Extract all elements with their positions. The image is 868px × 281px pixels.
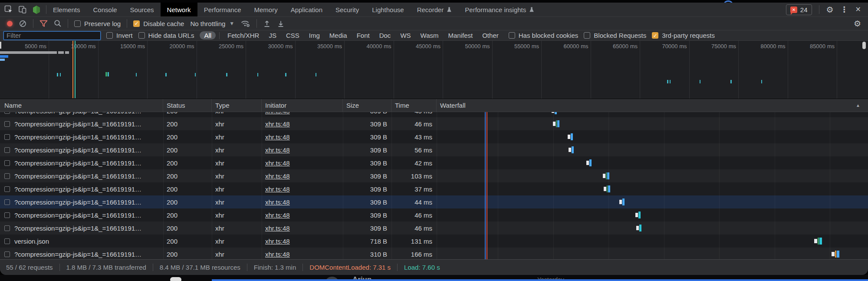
- tab-network[interactable]: Network: [161, 3, 197, 17]
- filter-input[interactable]: [3, 31, 101, 40]
- third-party-requests-checkbox[interactable]: 3rd-party requests: [652, 32, 715, 39]
- table-row[interactable]: ?compression=gzip-js&ip=1&_=16619191…200…: [0, 130, 868, 143]
- checkbox-unchecked[interactable]: [584, 32, 590, 39]
- row-checkbox[interactable]: [4, 212, 10, 218]
- overview-drag-handle[interactable]: [0, 42, 1, 49]
- table-row[interactable]: ?compression=gzip-js&ip=1&_=16619191…200…: [0, 221, 868, 235]
- tab-performance-insights[interactable]: Performance insights: [458, 3, 541, 17]
- blocked-requests-checkbox[interactable]: Blocked Requests: [584, 32, 646, 39]
- table-row[interactable]: version.json200xhrxhr.ts:48718 B131 ms: [0, 235, 868, 248]
- filter-chip-other[interactable]: Other: [478, 31, 503, 40]
- table-row[interactable]: ?compression=gzip-js&ip=1&_=16619191…200…: [0, 143, 868, 156]
- tab-elements[interactable]: Elements: [46, 3, 87, 17]
- tab-security[interactable]: Security: [329, 3, 365, 17]
- node-icon[interactable]: [32, 5, 41, 14]
- overview-scroll-thumb[interactable]: [862, 42, 866, 49]
- tab-memory[interactable]: Memory: [248, 3, 284, 17]
- row-checkbox[interactable]: [4, 147, 10, 153]
- tab-recorder[interactable]: Recorder: [411, 3, 459, 17]
- has-blocked-cookies-checkbox[interactable]: Has blocked cookies: [509, 32, 579, 39]
- network-overview-timeline[interactable]: 5000 ms10000 ms15000 ms20000 ms25000 ms3…: [0, 41, 868, 99]
- initiator-link[interactable]: xhr.ts:48: [265, 133, 290, 141]
- preserve-log-checkbox[interactable]: Preserve log: [74, 20, 121, 27]
- tab-performance[interactable]: Performance: [197, 3, 248, 17]
- checkbox-unchecked[interactable]: [74, 20, 81, 27]
- column-header-time[interactable]: Time: [391, 99, 437, 112]
- table-row[interactable]: ?compression=gzip-js&ip=1&_=16619191…200…: [0, 195, 868, 208]
- row-checkbox[interactable]: [4, 160, 10, 166]
- initiator-link[interactable]: xhr.ts:48: [265, 225, 290, 232]
- clear-button[interactable]: [19, 20, 27, 28]
- throttling-select[interactable]: No throttling ▼: [190, 20, 234, 27]
- invert-checkbox[interactable]: Invert: [106, 32, 133, 39]
- row-checkbox[interactable]: [4, 173, 10, 179]
- table-row[interactable]: ?compression=gzip-js&ip=1&_=16619191…200…: [0, 169, 868, 182]
- disable-cache-checkbox[interactable]: Disable cache: [133, 20, 184, 27]
- filter-chip-doc[interactable]: Doc: [375, 31, 395, 40]
- filter-chip-media[interactable]: Media: [325, 31, 352, 40]
- initiator-link[interactable]: xhr.ts:48: [265, 172, 290, 180]
- initiator-link[interactable]: xhr.ts:48: [265, 120, 290, 128]
- close-icon[interactable]: ✕: [855, 6, 861, 13]
- filter-chip-js[interactable]: JS: [264, 31, 281, 40]
- row-checkbox[interactable]: [4, 121, 10, 127]
- column-header-type[interactable]: Type: [212, 99, 262, 112]
- checkbox-unchecked[interactable]: [106, 32, 113, 39]
- tab-sources[interactable]: Sources: [124, 3, 161, 17]
- column-header-initiator[interactable]: Initiator: [262, 99, 343, 112]
- table-row[interactable]: ?compression=gzip-js&ip=1&_=16619191…200…: [0, 208, 868, 221]
- filter-chip-font[interactable]: Font: [352, 31, 374, 40]
- checkbox-checked[interactable]: [133, 20, 140, 27]
- filter-chip-img[interactable]: Img: [305, 31, 324, 40]
- initiator-link[interactable]: xhr.ts:48: [265, 159, 290, 167]
- initiator-link[interactable]: xhr.ts:48: [265, 112, 290, 115]
- initiator-link[interactable]: xhr.ts:48: [265, 238, 290, 245]
- search-icon[interactable]: [54, 20, 62, 27]
- column-header-status[interactable]: Status: [163, 99, 212, 112]
- settings-gear-icon[interactable]: ⚙: [826, 6, 834, 14]
- hide-data-urls-checkbox[interactable]: Hide data URLs: [138, 32, 194, 39]
- row-checkbox[interactable]: [4, 199, 10, 205]
- checkbox-unchecked[interactable]: [509, 32, 515, 39]
- import-har-icon[interactable]: [263, 20, 271, 28]
- inspect-element-icon[interactable]: [4, 5, 13, 14]
- initiator-link[interactable]: xhr.ts:48: [265, 185, 290, 193]
- filter-chip-fetch-xhr[interactable]: Fetch/XHR: [223, 31, 263, 40]
- table-row[interactable]: ?compression=gzip-js&ip=1&_=16619191…200…: [0, 112, 868, 117]
- sort-ascending-icon[interactable]: ▲: [856, 103, 860, 108]
- table-row[interactable]: ?compression=gzip-js&ip=1&_=16619191…200…: [0, 248, 868, 259]
- filter-chip-all[interactable]: All: [200, 31, 216, 40]
- column-header-waterfall[interactable]: Waterfall▲: [437, 99, 868, 112]
- column-header-name[interactable]: Name: [0, 99, 163, 112]
- column-header-size[interactable]: Size: [343, 99, 391, 112]
- initiator-link[interactable]: xhr.ts:48: [265, 198, 290, 206]
- row-checkbox[interactable]: [4, 225, 10, 231]
- tab-application[interactable]: Application: [284, 3, 329, 17]
- kebab-menu-icon[interactable]: ⋮: [841, 6, 848, 13]
- device-toolbar-icon[interactable]: [18, 5, 27, 14]
- checkbox-checked[interactable]: [652, 32, 658, 39]
- filter-chip-manifest[interactable]: Manifest: [444, 31, 477, 40]
- record-button[interactable]: [7, 21, 13, 26]
- error-badge[interactable]: ✕ 24: [786, 4, 812, 15]
- filter-chip-wasm[interactable]: Wasm: [416, 31, 443, 40]
- filter-toggle-icon[interactable]: [39, 20, 48, 27]
- tab-lighthouse[interactable]: Lighthouse: [365, 3, 410, 17]
- network-settings-gear-icon[interactable]: ⚙: [854, 20, 861, 28]
- table-row[interactable]: ?compression=gzip-js&ip=1&_=16619191…200…: [0, 182, 868, 195]
- row-checkbox[interactable]: [4, 238, 10, 244]
- initiator-link[interactable]: xhr.ts:48: [265, 251, 290, 258]
- tab-console[interactable]: Console: [87, 3, 124, 17]
- row-checkbox[interactable]: [4, 251, 10, 257]
- filter-chip-ws[interactable]: WS: [396, 31, 415, 40]
- network-conditions-icon[interactable]: [240, 20, 250, 27]
- initiator-link[interactable]: xhr.ts:48: [265, 146, 290, 154]
- initiator-link[interactable]: xhr.ts:48: [265, 212, 290, 219]
- checkbox-unchecked[interactable]: [138, 32, 145, 39]
- filter-chip-css[interactable]: CSS: [282, 31, 304, 40]
- row-checkbox[interactable]: [4, 112, 10, 114]
- row-checkbox[interactable]: [4, 134, 10, 140]
- row-checkbox[interactable]: [4, 186, 10, 192]
- table-row[interactable]: ?compression=gzip-js&ip=1&_=16619191…200…: [0, 156, 868, 169]
- export-har-icon[interactable]: [277, 20, 285, 28]
